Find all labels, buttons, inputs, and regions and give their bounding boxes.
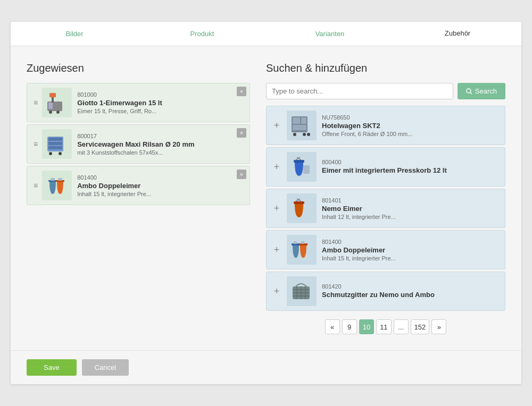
svg-rect-28 [303,165,310,174]
assigned-item: ≡ 801400 Ambo Doppeleimer [27,166,250,205]
svg-point-1 [49,111,52,114]
grid-basket-image [289,279,314,303]
pagination: « 9 10 11 ... 152 » [266,319,505,334]
cancel-button[interactable]: Cancel [82,359,129,376]
result-item: + 801401 Nemo Eimer Inhalt 12 lt, integr… [266,189,505,228]
tab-produkt[interactable]: Produkt [138,22,266,46]
save-button[interactable]: Save [27,359,77,376]
blue-bucket-image [289,155,314,179]
svg-rect-7 [48,138,62,141]
search-bar: Search [266,83,505,99]
svg-rect-20 [301,117,306,124]
search-input[interactable] [266,83,453,99]
drag-handle-icon[interactable]: ≡ [29,99,42,106]
result-item: + 800400 Eimer mit integriertem Presskor… [266,147,505,187]
page-last-number-button[interactable]: 152 [411,319,430,334]
search-results: + NU758650 H [266,106,505,311]
item-image [42,171,72,200]
result-info: 801420 Schmutzgitter zu Nemo und Ambo [322,283,501,300]
result-name: Ambo Doppeleimer [322,246,501,254]
assigned-item: ≡ 801000 Giotto 1-Eimerwage [27,83,250,122]
page-first-button[interactable]: « [325,319,340,334]
content-area: Zugewiesen ≡ [11,46,521,350]
page-next-button[interactable]: 11 [376,319,391,334]
remove-button[interactable]: × [237,87,246,96]
result-image [287,276,317,306]
tab-bilder[interactable]: Bilder [11,22,138,46]
main-container: Bilder Produkt Varianten Zubehör Zugewie… [11,22,521,384]
result-name: Eimer mit integriertem Presskorb 12 lt [322,166,501,174]
result-name: Schmutzgitter zu Nemo und Ambo [322,291,501,299]
svg-line-17 [470,92,472,94]
double-bucket-image [45,174,69,197]
result-item: + NU758650 H [266,106,505,145]
service-cart-image [45,132,69,156]
svg-point-11 [59,152,62,155]
add-button[interactable]: + [271,120,282,131]
svg-point-2 [56,111,60,114]
item-desc: Eimer 15 lt, Presse, Griff, Ro... [77,108,245,114]
assigned-item: ≡ 800017 Servicewagen Maxi [27,124,250,164]
page-ellipsis: ... [394,319,409,334]
mop-cart-image [45,91,69,114]
item-desc: mit 3 Kunststoffschalen 57x45x... [77,149,245,156]
svg-rect-8 [48,142,62,145]
remove-button[interactable]: × [237,170,246,179]
result-item: + 801400 Ambo Doppeleimer [266,230,505,269]
search-panel: Suchen & hinzufügen Search + [266,62,505,334]
drag-handle-icon[interactable]: ≡ [29,140,42,148]
remove-button[interactable]: × [237,128,246,138]
item-info: 801400 Ambo Doppeleimer Inhalt 15 lt, in… [77,174,245,197]
result-item: + 801420 [266,272,505,311]
tab-zubehor[interactable]: Zubehör [394,22,521,46]
page-last-button[interactable]: » [431,319,446,334]
result-info: 801401 Nemo Eimer Inhalt 12 lt, integrie… [322,197,501,220]
add-button[interactable]: + [271,202,282,214]
result-image [287,193,317,223]
add-button[interactable]: + [271,244,282,256]
result-info: NU758650 Hotelwagen SKT2 Offene Front, 6… [322,114,501,137]
svg-rect-19 [293,117,300,124]
result-sku: 800400 [322,159,501,165]
drag-handle-icon[interactable]: ≡ [29,182,42,189]
tabs-bar: Bilder Produkt Varianten Zubehör [11,22,521,46]
add-button[interactable]: + [271,285,282,297]
svg-rect-9 [48,146,62,149]
svg-rect-5 [48,103,53,109]
svg-rect-34 [294,241,297,244]
svg-point-10 [49,152,52,155]
search-title: Suchen & hinzufügen [266,62,505,74]
result-name: Hotelwagen SKT2 [322,122,501,130]
item-image [42,88,72,117]
svg-point-22 [293,133,296,136]
page-prev-button[interactable]: 9 [342,319,357,334]
svg-point-23 [303,133,306,136]
result-desc: Inhalt 12 lt, integrierter Pre... [322,214,501,220]
search-icon [466,88,472,95]
result-info: 801400 Ambo Doppeleimer Inhalt 15 lt, in… [322,239,501,261]
search-button[interactable]: Search [458,83,505,99]
result-image [287,235,317,265]
item-info: 801000 Giotto 1-Eimerwagen 15 lt Eimer 1… [77,91,245,114]
item-name: Servicewagen Maxi Rilsan Ø 20 mm [77,140,245,148]
item-name: Ambo Doppeleimer [77,182,245,190]
item-image [42,129,72,159]
item-sku: 801400 [77,174,245,181]
svg-point-16 [467,89,471,93]
result-sku: 801401 [322,197,501,204]
svg-rect-35 [301,241,304,244]
tab-varianten[interactable]: Varianten [266,22,394,46]
hotel-cart-image [289,113,314,138]
result-image [287,111,317,140]
result-desc: Offene Front, 6 Räder Ø 100 mm... [322,131,501,137]
add-button[interactable]: + [271,161,282,173]
double-bucket-blue-image [289,238,314,262]
svg-rect-15 [58,178,62,181]
assigned-list: ≡ 801000 Giotto 1-Eimerwage [27,83,250,205]
result-sku: 801400 [322,239,501,245]
assigned-panel: Zugewiesen ≡ [27,62,250,334]
orange-bucket-image [289,196,314,221]
svg-rect-4 [49,93,56,97]
result-image [287,152,317,182]
page-current-button[interactable]: 10 [359,319,374,334]
